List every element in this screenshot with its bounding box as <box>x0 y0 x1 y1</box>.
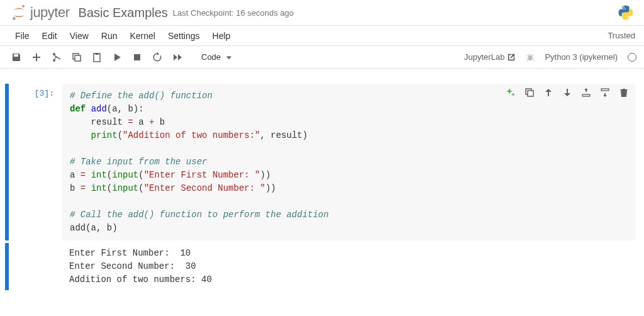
python-logo-icon <box>618 4 634 21</box>
svg-rect-11 <box>601 89 609 91</box>
code-cell[interactable]: [3]: <box>0 84 644 240</box>
menu-run[interactable]: Run <box>95 27 124 45</box>
copy-button[interactable] <box>68 48 86 66</box>
kernel-status-icon[interactable] <box>628 53 636 62</box>
kernel-name[interactable]: Python 3 (ipykernel) <box>545 52 618 62</box>
cell-marker <box>5 84 9 240</box>
move-up-button[interactable] <box>541 85 556 100</box>
duplicate-icon <box>525 87 535 98</box>
ai-assist-button[interactable] <box>503 85 518 100</box>
fast-forward-button[interactable] <box>169 48 186 66</box>
svg-rect-3 <box>75 55 80 61</box>
jupyter-icon <box>10 4 28 21</box>
external-link-icon <box>507 53 516 62</box>
svg-rect-6 <box>134 54 140 60</box>
cell-prompt: [3]: <box>9 84 62 240</box>
svg-rect-9 <box>528 91 533 96</box>
trash-icon <box>619 87 629 98</box>
restart-button[interactable] <box>148 48 166 66</box>
output-cell: Enter First Number: 10 Enter Second Numb… <box>0 243 644 290</box>
menu-help[interactable]: Help <box>206 27 237 45</box>
jupyter-logo[interactable]: jupyter <box>10 4 70 21</box>
restart-icon <box>152 52 162 62</box>
menu-kernel[interactable]: Kernel <box>123 27 161 45</box>
move-down-button[interactable] <box>560 85 575 100</box>
clipboard-icon <box>92 52 102 62</box>
header: jupyter Basic Examples Last Checkpoint: … <box>0 0 644 26</box>
insert-above-icon <box>581 87 591 98</box>
plus-icon <box>31 52 42 62</box>
save-icon <box>11 52 21 62</box>
insert-above-button[interactable] <box>579 85 594 100</box>
menubar: File Edit View Run Kernel Settings Help … <box>0 26 644 46</box>
code-editor[interactable]: # Define the add() function def add(a, b… <box>62 84 635 240</box>
arrow-down-icon <box>562 87 572 98</box>
add-cell-button[interactable] <box>28 48 45 66</box>
duplicate-cell-button[interactable] <box>522 85 537 100</box>
cell-type-select[interactable]: Code <box>196 51 236 63</box>
jupyter-text: jupyter <box>30 4 70 21</box>
cell-output: Enter First Number: 10 Enter Second Numb… <box>62 243 635 290</box>
stop-button[interactable] <box>128 48 146 66</box>
delete-cell-button[interactable] <box>616 85 631 100</box>
notebook-title[interactable]: Basic Examples <box>79 6 168 20</box>
toolbar: Code JupyterLab Python 3 (ipykernel) <box>0 46 644 69</box>
notebook-area: [3]: <box>0 69 644 290</box>
svg-point-0 <box>22 5 25 8</box>
insert-below-icon <box>600 87 610 98</box>
cut-button[interactable] <box>48 48 65 66</box>
scissors-icon <box>52 52 62 62</box>
menu-view[interactable]: View <box>64 27 95 45</box>
menu-file[interactable]: File <box>9 27 36 45</box>
stop-icon <box>132 52 142 62</box>
play-icon <box>112 52 122 62</box>
run-button[interactable] <box>108 48 126 66</box>
open-jupyterlab-button[interactable]: JupyterLab <box>464 52 516 62</box>
cell-toolbar <box>503 85 631 100</box>
trusted-label: Trusted <box>608 31 635 40</box>
debugger-button[interactable] <box>526 53 535 62</box>
save-button[interactable] <box>8 48 25 66</box>
menu-settings[interactable]: Settings <box>162 27 206 45</box>
paste-button[interactable] <box>88 48 106 66</box>
sparkle-icon <box>506 87 516 98</box>
copy-icon <box>72 52 82 62</box>
output-prompt <box>9 243 62 290</box>
bug-icon <box>526 53 535 62</box>
svg-rect-5 <box>96 53 99 55</box>
cell-marker <box>5 243 9 290</box>
svg-point-7 <box>528 55 533 60</box>
arrow-up-icon <box>543 87 553 98</box>
svg-rect-10 <box>582 94 590 96</box>
insert-below-button[interactable] <box>597 85 613 100</box>
svg-point-1 <box>13 17 15 20</box>
fast-forward-icon <box>172 52 182 62</box>
menu-edit[interactable]: Edit <box>36 27 64 45</box>
checkpoint-label: Last Checkpoint: 16 seconds ago <box>173 8 294 18</box>
